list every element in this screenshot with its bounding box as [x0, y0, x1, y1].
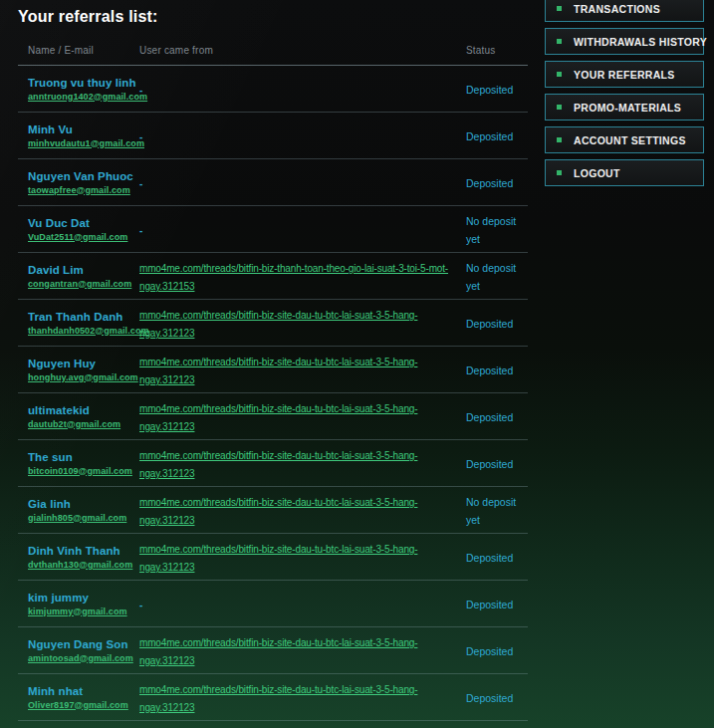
referral-source-link[interactable]: mmo4me.com/threads/bitfin-biz-site-dau-t… — [139, 357, 417, 385]
referral-identity: Nguyen Huy honghuy.avg@gmail.com — [28, 358, 139, 382]
referral-identity: Tran Thanh Danh thanhdanh0502@gmail.com — [28, 311, 139, 336]
referral-identity: The sun bitcoin0109@gmail.com — [28, 451, 139, 476]
referral-name-link[interactable]: Minh nhat — [28, 685, 139, 697]
referral-email-link[interactable]: dvthanh130@gmail.com — [28, 560, 139, 570]
menu-button-account-settings[interactable]: ACCOUNT SETTINGS — [545, 126, 704, 153]
referral-name-link[interactable]: Dinh Vinh Thanh — [28, 545, 139, 557]
referral-identity: Dinh Vinh Thanh dvthanh130@gmail.com — [28, 545, 139, 570]
table-row: ultimatekid dautub2t@gmail.com mmo4me.co… — [18, 393, 528, 440]
table-row: Gia linh gialinh805@gmail.com mmo4me.com… — [18, 487, 528, 534]
referral-email-link[interactable]: gialinh805@gmail.com — [28, 513, 139, 523]
status-text: Deposited — [466, 411, 513, 423]
referral-email-link[interactable]: thanhdanh0502@gmail.com — [28, 326, 139, 336]
column-header-status: Status — [466, 45, 528, 56]
referral-source-link[interactable]: mmo4me.com/threads/bitfin-biz-site-dau-t… — [139, 450, 417, 479]
table-row: Tran Thanh Danh thanhdanh0502@gmail.com … — [18, 300, 528, 347]
status-text: Deposited — [466, 177, 513, 189]
status-text: Deposited — [466, 692, 513, 704]
referral-name-link[interactable]: ultimatekid — [28, 404, 139, 416]
referral-source-link[interactable]: mmo4me.com/threads/bitfin-biz-site-dau-t… — [139, 497, 417, 526]
no-source-dash: - — [139, 131, 142, 142]
referral-source-link[interactable]: mmo4me.com/threads/bitfin-biz-thanh-toan… — [139, 263, 448, 292]
referral-email-link[interactable]: congantran@gmail.com — [28, 279, 139, 289]
referral-email-link[interactable]: dautub2t@gmail.com — [28, 419, 139, 429]
bullet-icon — [557, 39, 562, 44]
referrals-section: Your referrals list: Name / E-mail User … — [18, 0, 528, 721]
referral-name-link[interactable]: Gia linh — [28, 498, 139, 510]
table-row: Minh Vu minhvudautu1@gmail.com - Deposit… — [18, 113, 528, 159]
referral-name-link[interactable]: Nguyen Dang Son — [28, 638, 139, 650]
table-row: Nguyen Huy honghuy.avg@gmail.com mmo4me.… — [18, 347, 528, 393]
status-text: No deposit yet — [466, 496, 516, 526]
table-row: Nguyen Van Phuoc taowapfree@gmail.com - … — [18, 159, 528, 206]
referral-email-link[interactable]: VuDat2511@gmail.com — [28, 232, 139, 242]
referral-source-link[interactable]: mmo4me.com/threads/bitfin-biz-site-dau-t… — [139, 684, 417, 713]
referral-name-link[interactable]: Truong vu thuy linh — [28, 77, 139, 89]
table-row: David Lim congantran@gmail.com mmo4me.co… — [18, 253, 528, 300]
status-text: Deposited — [466, 458, 513, 470]
referral-identity: Vu Duc Dat VuDat2511@gmail.com — [28, 217, 139, 242]
status-text: Deposited — [466, 645, 513, 657]
referral-source-link[interactable]: mmo4me.com/threads/bitfin-biz-site-dau-t… — [139, 403, 417, 432]
referral-email-link[interactable]: taowapfree@gmail.com — [28, 185, 139, 195]
bullet-icon — [557, 137, 562, 142]
table-row: Dinh Vinh Thanh dvthanh130@gmail.com mmo… — [18, 534, 528, 581]
no-source-dash: - — [139, 85, 142, 96]
menu-button-promo-materials[interactable]: PROMO-MATERIALS — [545, 94, 704, 121]
referral-source-link[interactable]: mmo4me.com/threads/bitfin-biz-site-dau-t… — [139, 637, 417, 666]
menu-button-label: TRANSACTIONS — [574, 3, 660, 15]
status-text: No deposit yet — [466, 215, 516, 245]
referral-identity: Gia linh gialinh805@gmail.com — [28, 498, 139, 523]
referral-email-link[interactable]: kimjummy@gmail.com — [28, 607, 139, 616]
referral-identity: Minh Vu minhvudautu1@gmail.com — [28, 123, 139, 148]
referral-name-link[interactable]: Nguyen Huy — [28, 358, 139, 369]
no-source-dash: - — [139, 600, 142, 610]
bullet-icon — [557, 105, 562, 110]
menu-button-transactions[interactable]: TRANSACTIONS — [545, 0, 704, 22]
page-background: Your referrals list: Name / E-mail User … — [0, 0, 714, 728]
referral-name-link[interactable]: Vu Duc Dat — [28, 217, 139, 229]
referral-identity: Truong vu thuy linh anntruong1402@gmail.… — [28, 77, 139, 102]
referral-name-link[interactable]: Minh Vu — [28, 123, 139, 135]
referral-email-link[interactable]: amintoosad@gmail.com — [28, 653, 139, 663]
referral-identity: David Lim congantran@gmail.com — [28, 264, 139, 289]
table-row: The sun bitcoin0109@gmail.com mmo4me.com… — [18, 440, 528, 487]
referrals-table: Name / E-mail User came from Status Truo… — [18, 26, 528, 721]
referral-name-link[interactable]: Tran Thanh Danh — [28, 311, 139, 323]
status-text: Deposited — [466, 130, 513, 142]
referral-identity: kim jummy kimjummy@gmail.com — [28, 592, 139, 616]
referral-email-link[interactable]: minhvudautu1@gmail.com — [28, 138, 139, 148]
status-text: Deposited — [466, 318, 513, 330]
referral-email-link[interactable]: anntruong1402@gmail.com — [28, 92, 139, 102]
menu-button-label: LOGOUT — [574, 167, 620, 179]
status-text: Deposited — [466, 84, 513, 96]
referral-name-link[interactable]: The sun — [28, 451, 139, 463]
referral-source-link[interactable]: mmo4me.com/threads/bitfin-biz-site-dau-t… — [139, 310, 417, 339]
column-header-name-email: Name / E-mail — [18, 45, 139, 56]
status-text: No deposit yet — [466, 262, 516, 292]
menu-button-label: PROMO-MATERIALS — [574, 102, 681, 114]
referral-identity: Nguyen Dang Son amintoosad@gmail.com — [28, 638, 139, 663]
table-row: kim jummy kimjummy@gmail.com - Deposited — [18, 581, 528, 627]
referral-name-link[interactable]: kim jummy — [28, 592, 139, 604]
referral-source-link[interactable]: mmo4me.com/threads/bitfin-biz-site-dau-t… — [139, 544, 417, 573]
menu-button-logout[interactable]: LOGOUT — [545, 159, 704, 186]
table-row: Truong vu thuy linh anntruong1402@gmail.… — [18, 66, 528, 113]
column-header-user-came-from: User came from — [139, 45, 466, 56]
referral-name-link[interactable]: Nguyen Van Phuoc — [28, 170, 139, 182]
referral-email-link[interactable]: honghuy.avg@gmail.com — [28, 372, 139, 382]
menu-button-label: ACCOUNT SETTINGS — [574, 134, 686, 146]
menu-button-withdrawals-history[interactable]: WITHDRAWALS HISTORY — [545, 28, 704, 55]
menu-button-label: YOUR REFERRALS — [574, 69, 675, 81]
page-title: Your referrals list: — [18, 0, 528, 26]
referral-identity: Nguyen Van Phuoc taowapfree@gmail.com — [28, 170, 139, 195]
account-menu: TRANSACTIONS WITHDRAWALS HISTORY YOUR RE… — [545, 0, 704, 186]
table-row: Minh nhat Oliver8197@gmail.com mmo4me.co… — [18, 674, 528, 721]
no-source-dash: - — [139, 225, 142, 236]
referral-email-link[interactable]: bitcoin0109@gmail.com — [28, 466, 139, 476]
referral-name-link[interactable]: David Lim — [28, 264, 139, 276]
menu-button-your-referrals[interactable]: YOUR REFERRALS — [545, 61, 704, 88]
referral-email-link[interactable]: Oliver8197@gmail.com — [28, 700, 139, 710]
bullet-icon — [557, 72, 562, 77]
referral-identity: ultimatekid dautub2t@gmail.com — [28, 404, 139, 429]
